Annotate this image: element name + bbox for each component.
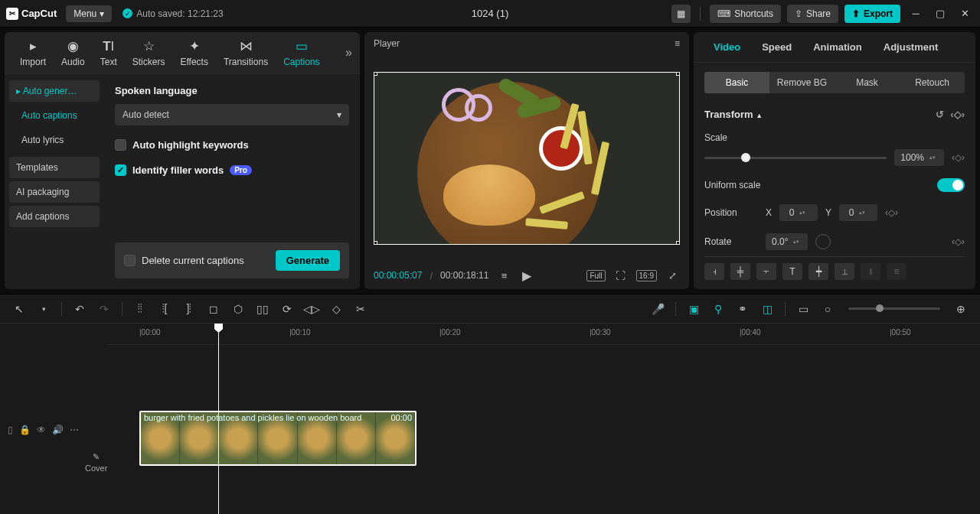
pill-removebg[interactable]: Remove BG [769,72,835,93]
zoom-slider[interactable] [848,307,940,310]
tab-import[interactable]: ▸Import [12,38,54,67]
align-bottom-icon[interactable]: ⟂ [835,263,854,280]
keyframe-icon[interactable]: ‹◇› [952,152,965,163]
mirror-tool[interactable]: ▯▯ [253,299,273,319]
rotate-dial-icon[interactable] [815,234,831,249]
stepper-icon[interactable]: ▴▾ [791,239,802,245]
keyframe-icon[interactable]: ‹◇› [885,207,898,218]
tab-audio[interactable]: ◉Audio [54,38,93,67]
minimize-button[interactable]: ─ [906,5,925,23]
magnet-tool[interactable]: ⚲ [708,299,728,319]
position-y-input[interactable]: 0▴▾ [839,204,877,221]
tracks-area[interactable]: |00:00 |00:10 |00:20 |00:30 |00:40 |00:5… [107,324,980,514]
fit-icon[interactable]: ⛶ [613,268,629,283]
more-tabs-button[interactable]: » [345,46,352,60]
fullscreen-icon[interactable]: ⤢ [665,268,680,283]
keyframe-icon[interactable]: ‹◇› [952,236,965,247]
sidebar-item-autogen[interactable]: ▸ Auto gener… [9,80,100,102]
split-tool[interactable]: ⦙⦙ [130,299,150,319]
pill-basic[interactable]: Basic [704,72,769,93]
cover-button[interactable]: ✎ Cover [85,386,107,473]
tab-text[interactable]: TIText [93,39,125,67]
align-center-h-icon[interactable]: ╪ [730,263,750,280]
export-button[interactable]: ⬆Export [844,5,900,23]
shield-tool[interactable]: ⬡ [228,299,248,319]
playhead[interactable] [218,324,219,514]
delete-captions-row[interactable]: Delete current captions [124,255,244,266]
language-select[interactable]: Auto detect ▾ [115,104,349,125]
slider-thumb[interactable] [876,304,884,312]
rotate-input[interactable]: 0.0°▴▾ [766,233,808,250]
close-button[interactable]: ✕ [956,5,974,23]
scale-slider[interactable] [704,157,887,159]
resize-handle[interactable] [374,72,377,76]
sidebar-item-autocaptions[interactable]: Auto captions [9,105,100,126]
sidebar-item-aipackaging[interactable]: AI packaging [9,181,100,203]
trim-right-tool[interactable]: ]⦙ [179,299,199,319]
tab-animation[interactable]: Animation [802,32,873,62]
player-menu-icon[interactable]: ≡ [675,38,680,49]
slider-thumb[interactable] [741,153,750,162]
cursor-dropdown[interactable]: ▾ [34,299,54,319]
reset-icon[interactable]: ↺ [936,109,944,120]
align-left-icon[interactable]: ⫞ [704,263,724,280]
tab-video[interactable]: Video [703,32,751,62]
crop-tool[interactable]: ◻ [204,299,224,319]
filler-checkbox-row[interactable]: ✓ Identify filler words Pro [115,164,349,176]
sidebar-item-addcaptions[interactable]: Add captions [9,206,100,227]
tab-transitions[interactable]: ⋈Transitions [216,38,276,67]
maximize-button[interactable]: ▢ [931,5,949,23]
preview-tool[interactable]: ▭ [793,299,813,319]
sidebar-item-templates[interactable]: Templates [9,157,100,178]
eye-icon[interactable]: 👁 [37,425,46,435]
redo-button[interactable]: ↷ [94,299,114,319]
mute-icon[interactable]: 🔊 [52,425,64,435]
refresh-tool[interactable]: ◇ [326,299,346,319]
stepper-icon[interactable]: ▴▾ [797,210,808,216]
transform-section-header[interactable]: Transform ▲ ↺ ‹◇› [704,102,965,126]
resize-handle[interactable] [374,241,377,245]
tab-effects[interactable]: ✦Effects [172,38,215,67]
crop2-tool[interactable]: ✂ [351,299,371,319]
tab-stickers[interactable]: ☆Stickers [125,38,173,67]
full-button[interactable]: Full [586,270,605,281]
align-center-v-icon[interactable]: ┿ [808,263,828,280]
lock-icon[interactable]: 🔒 [19,425,31,435]
snap2-tool[interactable]: ◫ [757,299,777,319]
position-x-input[interactable]: 0▴▾ [779,204,818,221]
generate-button[interactable]: Generate [276,250,340,271]
align-top-icon[interactable]: T [782,263,802,280]
more-icon[interactable]: ⋯ [70,425,79,435]
undo-button[interactable]: ↶ [70,299,90,319]
pill-mask[interactable]: Mask [835,72,900,93]
rotate-tool[interactable]: ⟳ [277,299,297,319]
zoom-out-button[interactable]: ○ [818,299,838,319]
tab-speed[interactable]: Speed [751,32,802,62]
keyframe-nav-icon[interactable]: ‹◇› [950,109,965,120]
play-button[interactable]: ▶ [519,268,534,283]
trim-left-tool[interactable]: ⦙[ [155,299,175,319]
video-clip[interactable]: burger with fried potatoes and pickles l… [139,411,416,466]
zoom-in-button[interactable]: ⊕ [951,299,971,319]
stepper-icon[interactable]: ▴▾ [857,210,867,216]
ratio-button[interactable]: 16:9 [636,270,657,281]
highlight-checkbox-row[interactable]: Auto highlight keywords [115,139,349,151]
track-collapse-icon[interactable]: ▯ [8,425,13,435]
uniform-scale-toggle[interactable] [937,178,965,192]
shortcuts-button[interactable]: ⌨Shortcuts [710,5,781,23]
cursor-tool[interactable]: ↖ [9,299,29,319]
menu-button[interactable]: Menu ▾ [66,5,112,22]
link-tool[interactable]: ⚭ [733,299,753,319]
resize-handle[interactable] [676,72,680,76]
align-right-icon[interactable]: ⫟ [756,263,776,280]
tab-adjustment[interactable]: Adjustment [873,32,949,62]
time-ruler[interactable]: |00:00 |00:10 |00:20 |00:30 |00:40 |00:5… [107,324,980,345]
stepper-icon[interactable]: ▴▾ [927,155,938,161]
mic-tool[interactable]: 🎤 [648,299,668,319]
video-frame[interactable] [374,72,680,245]
resize-handle[interactable] [676,241,680,245]
preview-area[interactable] [364,55,689,262]
flip-tool[interactable]: ◁▷ [302,299,322,319]
pill-retouch[interactable]: Retouch [900,72,965,93]
list-icon[interactable]: ≡ [496,268,511,283]
